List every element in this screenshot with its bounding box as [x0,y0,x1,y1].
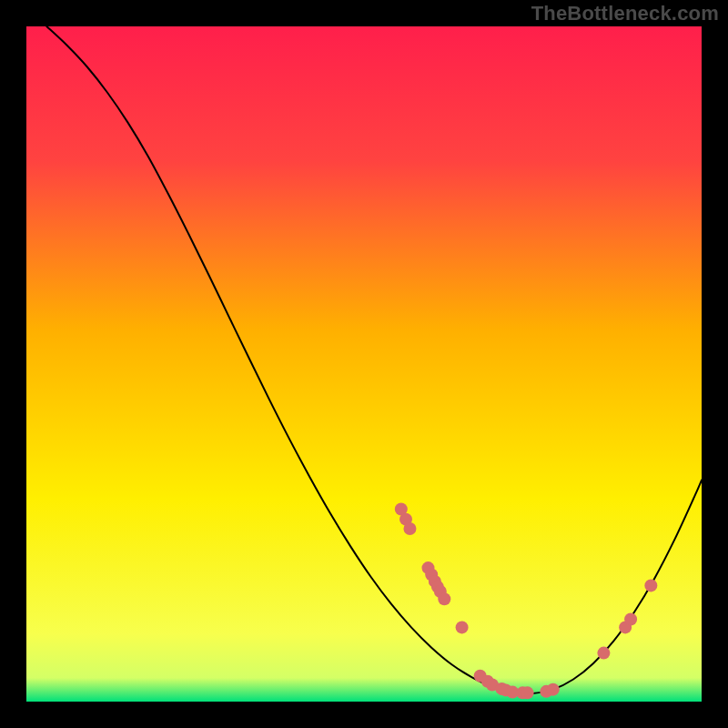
scatter-dot [644,579,657,592]
plot-svg [26,26,702,702]
scatter-dot [438,592,450,605]
scatter-dot [547,683,560,696]
plot-area [26,26,702,702]
scatter-dot [456,621,469,633]
gradient-background [26,26,702,702]
scatter-dot [403,522,416,535]
scatter-dot [597,647,610,660]
chart-frame: TheBottleneck.com [0,0,728,728]
watermark-text: TheBottleneck.com [531,2,719,25]
scatter-dot [624,612,637,625]
scatter-dot [521,686,534,699]
